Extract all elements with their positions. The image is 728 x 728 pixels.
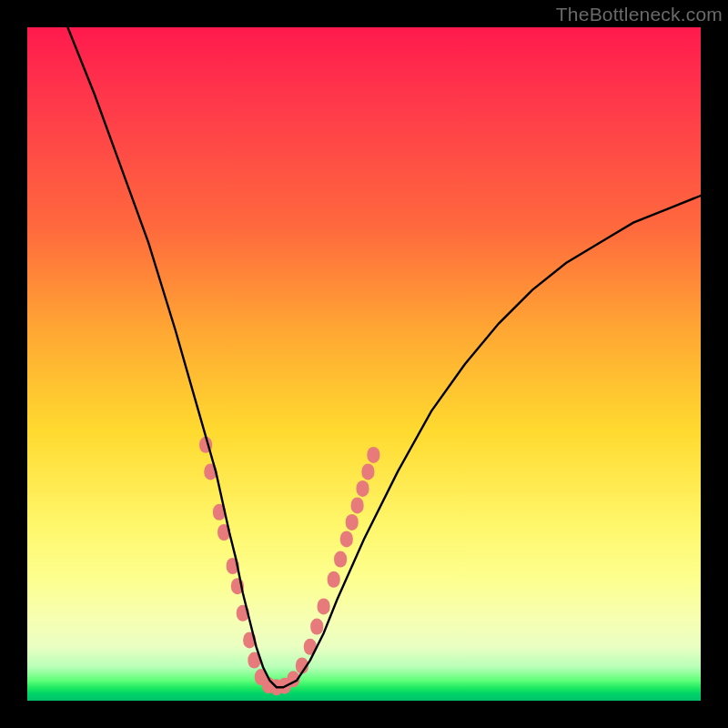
marker-dot [357, 480, 369, 497]
marker-dot [310, 619, 323, 635]
watermark-text: TheBottleneck.com [556, 4, 723, 25]
bottleneck-curve [67, 27, 701, 687]
marker-dot [351, 497, 364, 513]
marker-dot [367, 447, 379, 463]
chart-svg [27, 27, 701, 701]
plot-area [27, 27, 701, 701]
chart-frame: TheBottleneck.com [0, 0, 728, 728]
marker-dot [346, 514, 359, 531]
marker-dot [340, 531, 353, 547]
marker-dot [334, 551, 347, 568]
marker-dot [361, 463, 374, 480]
marker-dot [318, 598, 330, 614]
marker-dot [328, 571, 340, 588]
